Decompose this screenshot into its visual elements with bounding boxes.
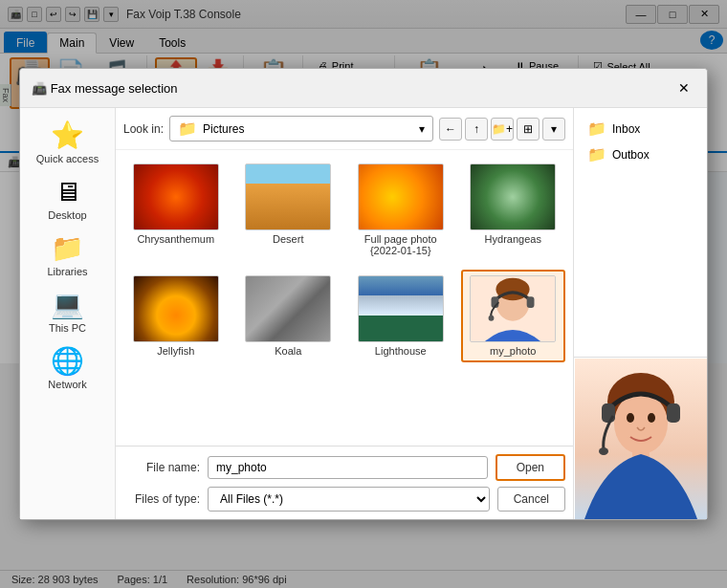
dialog-overlay: 📠 Fax message selection ✕ ⭐ Quick access… bbox=[0, 0, 727, 588]
svg-point-11 bbox=[648, 413, 655, 423]
file-name-chrysanthemum: Chrysanthemum bbox=[137, 233, 214, 245]
dialog-title: Fax message selection bbox=[51, 81, 672, 96]
dialog-left-nav: ⭐ Quick access 🖥 Desktop 📁 Libraries 💻 T… bbox=[20, 108, 116, 519]
nav-libraries[interactable]: 📁 Libraries bbox=[30, 229, 106, 281]
dialog-icon: 📠 bbox=[32, 81, 47, 96]
svg-rect-4 bbox=[527, 296, 535, 308]
file-item-lighthouse[interactable]: Lighthouse bbox=[348, 270, 453, 362]
file-thumb-chrysanthemum bbox=[133, 163, 219, 230]
dialog-titlebar: 📠 Fax message selection ✕ bbox=[20, 69, 707, 108]
file-item-jellyfish[interactable]: Jellyfish bbox=[123, 270, 229, 362]
preview-area bbox=[574, 357, 707, 519]
svg-point-9 bbox=[614, 393, 668, 454]
open-button[interactable]: Open bbox=[496, 454, 565, 481]
nav-network[interactable]: 🌐 Network bbox=[30, 341, 106, 394]
filetype-select[interactable]: All Files (*.*) bbox=[208, 487, 490, 512]
inbox-folder-icon: 📁 bbox=[587, 120, 606, 138]
svg-point-10 bbox=[627, 413, 634, 423]
file-thumb-myphoto bbox=[470, 275, 556, 342]
file-grid: Chrysanthemum Desert Full page photo{202… bbox=[116, 150, 573, 446]
cancel-button[interactable]: Cancel bbox=[497, 487, 565, 512]
file-thumb-hydrangeas bbox=[470, 163, 556, 230]
file-thumb-desert bbox=[245, 163, 331, 230]
nav-this-pc[interactable]: 💻 This PC bbox=[30, 285, 106, 338]
file-name-hydrangeas: Hydrangeas bbox=[485, 233, 541, 245]
file-item-fullpage[interactable]: Full page photo{2022-01-15} bbox=[348, 158, 453, 262]
outbox-folder-icon: 📁 bbox=[587, 145, 606, 163]
file-name-jellyfish: Jellyfish bbox=[157, 345, 194, 357]
fax-message-dialog: 📠 Fax message selection ✕ ⭐ Quick access… bbox=[19, 68, 708, 520]
this-pc-icon: 💻 bbox=[51, 289, 84, 320]
folder-outbox[interactable]: 📁 Outbox bbox=[582, 142, 699, 167]
filetype-row: Files of type: All Files (*.*) Cancel bbox=[123, 487, 565, 512]
view-menu-button[interactable]: ▾ bbox=[542, 118, 565, 141]
nav-quick-access[interactable]: ⭐ Quick access bbox=[30, 116, 106, 168]
file-name-desert: Desert bbox=[273, 233, 303, 245]
dialog-body: ⭐ Quick access 🖥 Desktop 📁 Libraries 💻 T… bbox=[20, 108, 707, 519]
folder-inbox[interactable]: 📁 Inbox bbox=[582, 116, 699, 142]
filetype-label: Files of type: bbox=[123, 492, 200, 506]
preview-image bbox=[575, 359, 707, 519]
filename-label: File name: bbox=[123, 461, 200, 474]
this-pc-label: This PC bbox=[49, 322, 86, 334]
look-in-bar: Look in: 📁 Pictures ▾ ← ↑ 📁+ ⊞ ▾ bbox=[116, 108, 573, 150]
svg-point-5 bbox=[489, 316, 495, 321]
libraries-label: Libraries bbox=[47, 266, 87, 277]
look-in-select[interactable]: 📁 Pictures ▾ bbox=[169, 116, 433, 142]
dialog-right-panel: 📁 Inbox 📁 Outbox bbox=[573, 108, 707, 519]
file-thumb-lighthouse bbox=[358, 275, 444, 342]
look-in-value: Pictures bbox=[203, 122, 244, 136]
bottom-bar: File name: Open Files of type: All Files… bbox=[116, 446, 573, 519]
dialog-close-button[interactable]: ✕ bbox=[672, 76, 695, 99]
quick-access-label: Quick access bbox=[36, 153, 99, 164]
file-thumb-jellyfish bbox=[133, 275, 219, 342]
file-item-myphoto[interactable]: my_photo bbox=[461, 270, 566, 362]
file-thumb-fullpage bbox=[358, 163, 444, 230]
file-name-koala: Koala bbox=[275, 345, 301, 357]
file-name-myphoto: my_photo bbox=[490, 345, 536, 357]
file-thumb-koala bbox=[245, 275, 331, 342]
nav-new-folder-button[interactable]: 📁+ bbox=[491, 118, 514, 141]
svg-rect-14 bbox=[667, 403, 680, 423]
network-label: Network bbox=[48, 379, 86, 390]
file-item-chrysanthemum[interactable]: Chrysanthemum bbox=[123, 158, 229, 262]
view-toggle-button[interactable]: ⊞ bbox=[517, 118, 540, 141]
look-in-label: Look in: bbox=[123, 122, 164, 136]
quick-access-icon: ⭐ bbox=[51, 120, 84, 151]
nav-back-button[interactable]: ← bbox=[439, 118, 462, 141]
folder-icon: 📁 bbox=[178, 120, 197, 138]
nav-desktop[interactable]: 🖥 Desktop bbox=[30, 172, 106, 225]
file-name-fullpage: Full page photo{2022-01-15} bbox=[364, 233, 437, 256]
outbox-folder-label: Outbox bbox=[612, 148, 650, 162]
file-item-koala[interactable]: Koala bbox=[236, 270, 341, 362]
desktop-label: Desktop bbox=[48, 209, 86, 221]
inbox-folder-label: Inbox bbox=[612, 122, 640, 136]
look-in-dropdown-icon: ▾ bbox=[419, 122, 425, 136]
file-name-lighthouse: Lighthouse bbox=[375, 345, 427, 357]
libraries-icon: 📁 bbox=[51, 232, 84, 264]
file-item-desert[interactable]: Desert bbox=[236, 158, 341, 262]
look-in-nav-buttons: ← ↑ 📁+ ⊞ ▾ bbox=[439, 118, 565, 141]
folder-list: 📁 Inbox 📁 Outbox bbox=[574, 108, 707, 357]
svg-point-15 bbox=[599, 447, 608, 455]
desktop-icon: 🖥 bbox=[55, 176, 81, 207]
filename-input[interactable] bbox=[208, 456, 488, 479]
filename-row: File name: Open bbox=[123, 454, 565, 481]
network-icon: 🌐 bbox=[51, 345, 84, 377]
file-item-hydrangeas[interactable]: Hydrangeas bbox=[461, 158, 566, 262]
svg-rect-13 bbox=[602, 403, 615, 423]
dialog-main: Look in: 📁 Pictures ▾ ← ↑ 📁+ ⊞ ▾ bbox=[116, 108, 573, 519]
nav-up-button[interactable]: ↑ bbox=[465, 118, 488, 141]
